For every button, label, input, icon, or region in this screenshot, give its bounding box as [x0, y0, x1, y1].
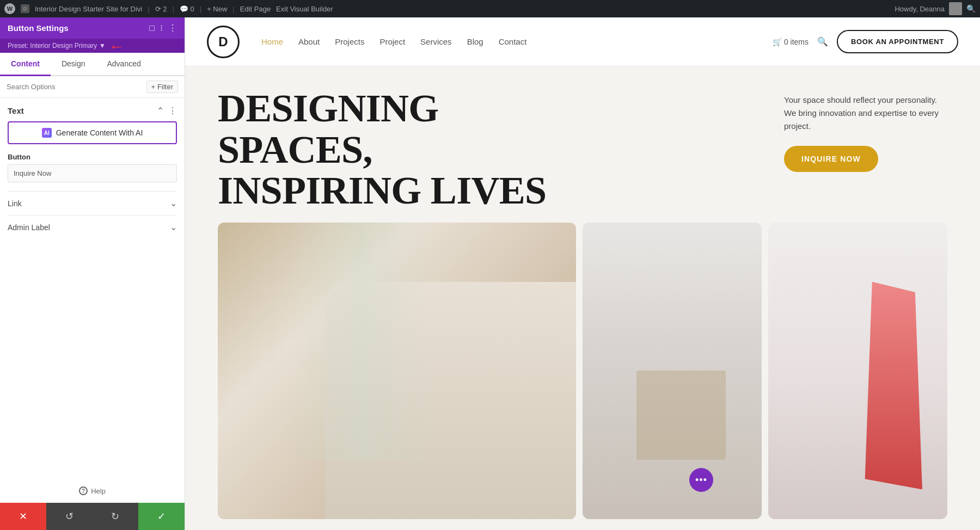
- nav-about[interactable]: About: [298, 37, 320, 46]
- link-section-title: Link: [8, 199, 22, 208]
- search-input[interactable]: [7, 83, 142, 91]
- text-section-title: Text: [8, 106, 24, 115]
- panel-tabs: Content Design Advanced: [0, 53, 185, 76]
- exit-builder-link[interactable]: Exit Visual Builder: [276, 5, 333, 13]
- tab-design[interactable]: Design: [51, 53, 96, 76]
- website-preview: D Home About Projects Project Services B…: [185, 17, 980, 530]
- grid-icon[interactable]: ⁝: [160, 23, 163, 33]
- help-label[interactable]: Help: [91, 487, 106, 495]
- hero-heading-line3: INSPIRING LIVES: [218, 170, 762, 212]
- gallery-image-1: [218, 223, 576, 519]
- nav-services[interactable]: Services: [420, 37, 452, 46]
- cart-area[interactable]: 🛒 0 items: [773, 38, 808, 46]
- admin-label-section-title: Admin Label: [8, 223, 50, 232]
- link-chevron-icon[interactable]: ⌄: [170, 198, 177, 208]
- main-area: Button Settings □ ⁝ ⋮ Preset: Interior D…: [0, 17, 980, 530]
- text-section-header: Text ⌃ ⋮: [8, 106, 177, 116]
- hero-heading: DESIGNING SPACES, INSPIRING LIVES: [218, 88, 762, 212]
- nav-contact[interactable]: Contact: [499, 37, 527, 46]
- sep3: |: [200, 5, 201, 13]
- admin-bar-right: Howdy, Deanna 🔍: [895, 2, 976, 15]
- interior-image-1: [218, 223, 576, 519]
- site-menu: Home About Projects Project Services Blo…: [261, 37, 773, 46]
- gallery-row: [185, 223, 980, 530]
- filter-label: Filter: [157, 83, 173, 91]
- interior-image-2: [583, 223, 762, 519]
- bottom-action-bar: ✕ ↺ ↻ ✓: [0, 503, 185, 530]
- sep4: |: [232, 5, 234, 13]
- text-collapse-icon[interactable]: ⌃: [157, 106, 164, 116]
- text-section-icons: ⌃ ⋮: [157, 106, 177, 116]
- inquire-now-button[interactable]: INQUIRE NOW: [784, 146, 878, 172]
- nav-home[interactable]: Home: [261, 37, 283, 46]
- ai-generate-button[interactable]: AI Generate Content With AI: [8, 121, 177, 144]
- cart-count: 0 items: [784, 38, 808, 46]
- gallery-image-2: [583, 223, 762, 519]
- floating-dots-button[interactable]: •••: [689, 468, 713, 492]
- hero-description: Your space should reflect your personali…: [784, 94, 947, 133]
- hero-text: DESIGNING SPACES, INSPIRING LIVES: [218, 88, 762, 212]
- hero-heading-line2: SPACES,: [218, 130, 762, 171]
- button-field-label: Button: [8, 153, 177, 161]
- revisions-count[interactable]: ⟳ 2: [155, 5, 167, 13]
- copy-icon[interactable]: □: [149, 23, 155, 33]
- sep2: |: [172, 5, 174, 13]
- preset-label[interactable]: Preset: Interior Design Primary: [8, 42, 97, 50]
- hero-section: DESIGNING SPACES, INSPIRING LIVES Your s…: [185, 66, 980, 530]
- panel-header-icons: □ ⁝ ⋮: [149, 23, 177, 33]
- admin-bar-left: W D Interior Design Starter Site for Div…: [4, 3, 888, 14]
- edit-page-link[interactable]: Edit Page: [240, 5, 271, 13]
- link-section: Link ⌄: [8, 191, 177, 215]
- hero-right: Your space should reflect your personali…: [784, 88, 947, 212]
- wp-logo-icon[interactable]: W: [4, 3, 15, 14]
- redo-button[interactable]: ↻: [93, 503, 139, 530]
- nav-blog[interactable]: Blog: [467, 37, 483, 46]
- help-section: ? Help: [0, 479, 185, 503]
- filter-button[interactable]: + Filter: [146, 81, 178, 93]
- search-bar: + Filter: [0, 76, 185, 98]
- site-nav: D Home About Projects Project Services B…: [185, 17, 980, 66]
- panel-content: Text ⌃ ⋮ AI Generate Content With AI But…: [0, 98, 185, 479]
- admin-search-icon[interactable]: 🔍: [966, 4, 976, 13]
- book-appointment-button[interactable]: BOOK AN APPOINTMENT: [837, 30, 958, 53]
- ai-button-label: Generate Content With AI: [56, 128, 143, 137]
- sep1: |: [148, 5, 149, 13]
- hero-top: DESIGNING SPACES, INSPIRING LIVES Your s…: [185, 66, 980, 223]
- admin-label-section: Admin Label ⌄: [8, 215, 177, 239]
- admin-bar: W D Interior Design Starter Site for Div…: [0, 0, 980, 17]
- admin-label-section-header[interactable]: Admin Label ⌄: [8, 222, 177, 232]
- new-link[interactable]: + New: [207, 5, 227, 13]
- tab-content[interactable]: Content: [0, 53, 51, 76]
- text-dots-icon[interactable]: ⋮: [168, 106, 177, 116]
- preset-chevron[interactable]: ▼: [99, 42, 106, 50]
- help-icon: ?: [79, 486, 88, 495]
- hero-heading-line1: DESIGNING: [218, 88, 762, 130]
- comments-count[interactable]: 💬 0: [180, 5, 194, 13]
- nav-search-icon[interactable]: 🔍: [817, 36, 828, 47]
- cancel-button[interactable]: ✕: [0, 503, 46, 530]
- plus-icon: +: [151, 83, 156, 91]
- site-icon: D: [21, 4, 29, 13]
- site-name[interactable]: Interior Design Starter Site for Divi: [35, 5, 142, 13]
- gallery-image-3: [768, 223, 947, 519]
- button-text-input[interactable]: [8, 164, 177, 182]
- nav-project[interactable]: Project: [379, 37, 405, 46]
- site-menu-right: 🛒 0 items 🔍 BOOK AN APPOINTMENT: [773, 30, 958, 53]
- panel-header: Button Settings □ ⁝ ⋮: [0, 17, 185, 39]
- left-panel: Button Settings □ ⁝ ⋮ Preset: Interior D…: [0, 17, 185, 530]
- howdy-user: Howdy, Deanna: [895, 5, 945, 13]
- more-icon[interactable]: ⋮: [168, 23, 177, 33]
- cart-icon: 🛒: [773, 38, 782, 46]
- save-button[interactable]: ✓: [138, 503, 185, 530]
- link-section-header[interactable]: Link ⌄: [8, 198, 177, 208]
- panel-title: Button Settings: [8, 23, 69, 33]
- nav-projects[interactable]: Projects: [335, 37, 364, 46]
- undo-button[interactable]: ↺: [46, 503, 93, 530]
- tab-advanced[interactable]: Advanced: [96, 53, 151, 76]
- admin-label-chevron-icon[interactable]: ⌄: [170, 222, 177, 232]
- site-logo: D: [207, 26, 240, 58]
- user-avatar: [949, 2, 962, 15]
- interior-image-3: [768, 223, 947, 519]
- ai-icon: AI: [42, 128, 52, 138]
- panel-preset: Preset: Interior Design Primary ▼: [0, 39, 185, 53]
